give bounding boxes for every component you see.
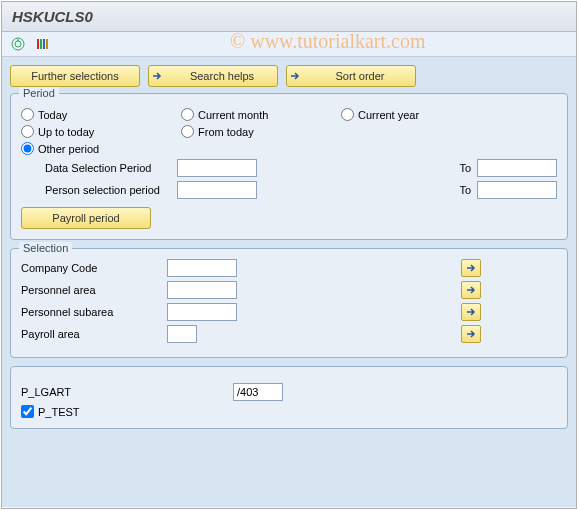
arrow-right-icon <box>466 263 476 273</box>
p-test-checkbox[interactable]: P_TEST <box>21 405 557 418</box>
arrow-right-icon <box>466 307 476 317</box>
personnel-subarea-input[interactable] <box>167 303 237 321</box>
sort-order-button[interactable]: Sort order <box>286 65 416 87</box>
arrow-right-icon <box>287 69 303 83</box>
variant-icon[interactable] <box>34 36 50 52</box>
to-label-1: To <box>459 162 471 174</box>
radio-up-to-today[interactable]: Up to today <box>21 125 181 138</box>
selection-buttons-row: Further selections Search helps Sort ord… <box>10 65 568 87</box>
radio-today-label: Today <box>38 109 67 121</box>
p-test-label: P_TEST <box>38 406 80 418</box>
further-selections-label: Further selections <box>31 70 118 82</box>
personnel-area-multi-button[interactable] <box>461 281 481 299</box>
person-selection-period-label: Person selection period <box>21 184 171 196</box>
radio-today[interactable]: Today <box>21 108 181 121</box>
page-title: HSKUCLS0 <box>2 2 576 32</box>
personnel-area-label: Personnel area <box>21 284 161 296</box>
payroll-area-multi-button[interactable] <box>461 325 481 343</box>
company-code-multi-button[interactable] <box>461 259 481 277</box>
svg-rect-2 <box>37 39 39 49</box>
arrow-right-icon <box>466 329 476 339</box>
payroll-area-input[interactable] <box>167 325 197 343</box>
payroll-area-label: Payroll area <box>21 328 161 340</box>
company-code-label: Company Code <box>21 262 161 274</box>
svg-rect-4 <box>43 39 45 49</box>
icon-toolbar <box>2 32 576 57</box>
data-selection-to-input[interactable] <box>477 159 557 177</box>
personnel-area-input[interactable] <box>167 281 237 299</box>
radio-other-period[interactable]: Other period <box>21 142 557 155</box>
radio-up-to-today-label: Up to today <box>38 126 94 138</box>
payroll-period-button[interactable]: Payroll period <box>21 207 151 229</box>
radio-from-today-label: From today <box>198 126 254 138</box>
company-code-input[interactable] <box>167 259 237 277</box>
svg-rect-3 <box>40 39 42 49</box>
radio-current-year-label: Current year <box>358 109 419 121</box>
person-selection-from-input[interactable] <box>177 181 257 199</box>
svg-rect-5 <box>46 39 48 49</box>
radio-current-month[interactable]: Current month <box>181 108 341 121</box>
personnel-subarea-multi-button[interactable] <box>461 303 481 321</box>
selection-group: Selection Company Code Personnel area <box>10 248 568 358</box>
radio-from-today[interactable]: From today <box>181 125 341 138</box>
personnel-subarea-label: Personnel subarea <box>21 306 161 318</box>
radio-current-year[interactable]: Current year <box>341 108 501 121</box>
further-selections-button[interactable]: Further selections <box>10 65 140 87</box>
person-selection-to-input[interactable] <box>477 181 557 199</box>
sort-order-label: Sort order <box>305 70 415 82</box>
p-lgart-input[interactable] <box>233 383 283 401</box>
radio-other-period-label: Other period <box>38 143 99 155</box>
payroll-period-label: Payroll period <box>52 212 119 224</box>
selection-legend: Selection <box>19 242 72 254</box>
to-label-2: To <box>459 184 471 196</box>
arrow-right-icon <box>466 285 476 295</box>
period-legend: Period <box>19 87 59 99</box>
execute-icon[interactable] <box>10 36 26 52</box>
arrow-right-icon <box>149 69 165 83</box>
search-helps-button[interactable]: Search helps <box>148 65 278 87</box>
radio-current-month-label: Current month <box>198 109 268 121</box>
search-helps-label: Search helps <box>167 70 277 82</box>
period-group: Period Today Current month Current year … <box>10 93 568 240</box>
params-group: P_LGART P_TEST <box>10 366 568 429</box>
p-lgart-label: P_LGART <box>21 386 161 398</box>
data-selection-from-input[interactable] <box>177 159 257 177</box>
data-selection-period-label: Data Selection Period <box>21 162 171 174</box>
svg-point-1 <box>15 41 21 47</box>
